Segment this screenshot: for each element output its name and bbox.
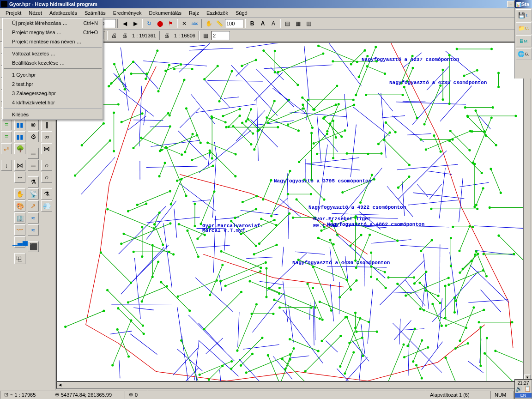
svg-line-174: [440, 244, 440, 292]
pal-spray-icon[interactable]: 💨: [41, 200, 52, 212]
pal-block-icon[interactable]: ⬛: [28, 241, 39, 252]
abc-icon[interactable]: abc: [190, 18, 200, 29]
pal-flask2-icon[interactable]: ⚗: [41, 188, 52, 200]
pal-infinity-icon[interactable]: ∞: [41, 131, 52, 142]
pal-bars2-icon[interactable]: ▮▮: [14, 131, 25, 142]
minimize-button[interactable]: _: [507, 1, 514, 7]
grid3-icon[interactable]: ▥: [303, 18, 314, 29]
pal-circle-icon[interactable]: ○: [41, 160, 52, 171]
menu-eredmenyek[interactable]: Eredmények: [109, 9, 145, 17]
svg-line-240: [223, 109, 240, 116]
pal-building-icon[interactable]: 🏢: [14, 212, 25, 224]
svg-point-727: [278, 292, 280, 295]
pal-circle2-icon[interactable]: ○: [41, 172, 52, 183]
menu-adatkezeles[interactable]: Adatkezelés: [46, 9, 81, 17]
text-a1-button[interactable]: A: [258, 18, 268, 29]
text-a2-button[interactable]: A: [268, 18, 278, 29]
pal-tree-icon[interactable]: 🌳: [14, 143, 25, 154]
pal-gear-icon[interactable]: ⚙: [28, 131, 39, 142]
pal-bars-icon[interactable]: ▮▮: [14, 119, 25, 130]
dd-variant-mgmt[interactable]: Változat kezelés …: [3, 49, 103, 58]
flag-icon[interactable]: ⚑: [165, 18, 175, 29]
layers-icon[interactable]: ▦: [201, 30, 211, 41]
pal-valve2-icon[interactable]: ⋈: [14, 160, 25, 171]
dd-recent-3[interactable]: 3 Zalaegerszeg.hpr: [3, 89, 103, 98]
pal-flask-icon[interactable]: ⚗: [28, 176, 39, 187]
pal-db2-icon[interactable]: ≡: [1, 119, 12, 130]
scale-input[interactable]: [225, 19, 243, 28]
horizontal-scrollbar[interactable]: ◀ ▶: [56, 381, 524, 389]
pal-db3-icon[interactable]: ≡: [1, 131, 12, 142]
nav-left-icon[interactable]: ◀: [120, 18, 130, 29]
tray-globe-icon[interactable]: 🌐G.: [516, 48, 532, 60]
dd-new-project[interactable]: Új projekt létrehozása …Ctrl+N: [3, 18, 103, 28]
dd-recent-2[interactable]: 2 test.hpr: [3, 79, 103, 89]
pal-link-icon[interactable]: ⇄: [1, 143, 12, 154]
crosshair-icon[interactable]: ✕: [179, 18, 189, 29]
globe-icon[interactable]: ⬤: [155, 18, 165, 29]
menu-eszkozok[interactable]: Eszközök: [203, 9, 232, 17]
hand-icon[interactable]: ✋: [204, 18, 214, 29]
dd-settings-mgmt[interactable]: Beállítások kezelése …: [3, 58, 103, 67]
print2-icon[interactable]: 🖨: [120, 30, 130, 41]
svg-point-436: [250, 108, 252, 110]
pal-lines-icon[interactable]: ‖: [41, 119, 52, 130]
pal-down-icon[interactable]: ↓: [1, 160, 12, 171]
svg-point-573: [473, 206, 476, 208]
svg-line-271: [108, 209, 154, 229]
pal-pipe-icon[interactable]: ═: [28, 148, 39, 159]
svg-line-342: [128, 286, 167, 302]
tray-monitor-icon[interactable]: 🖥M.: [516, 35, 532, 47]
layer-input[interactable]: [212, 31, 230, 40]
vertical-scrollbar[interactable]: ▲ ▼: [524, 42, 531, 381]
svg-point-722: [273, 100, 276, 102]
grid2-icon[interactable]: ▦: [293, 18, 303, 29]
print3-icon[interactable]: 🖨: [162, 30, 172, 41]
svg-point-520: [239, 108, 241, 110]
pal-pipe2-icon[interactable]: ═: [28, 160, 39, 171]
svg-point-804: [329, 239, 331, 241]
dd-save-as[interactable]: Projekt mentése más néven …: [3, 37, 103, 46]
refresh-icon[interactable]: ↻: [144, 18, 154, 29]
menu-sugo[interactable]: Súgó: [232, 9, 251, 17]
pal-chart2-icon[interactable]: ▁▃▅: [14, 236, 25, 248]
svg-point-718: [411, 67, 414, 69]
pal-move-icon[interactable]: ↔: [14, 172, 25, 183]
map-canvas[interactable]: x Nagyfogyasztó a 4237 csomópontonNagyfo…: [56, 42, 524, 381]
menu-projekt[interactable]: Projekt: [2, 9, 25, 17]
pal-copy-icon[interactable]: ⿻: [14, 253, 25, 264]
svg-point-556: [477, 253, 479, 255]
pal-arrow-icon[interactable]: ↗: [28, 200, 39, 212]
menu-dokumentalas[interactable]: Dokumentálás: [145, 9, 185, 17]
nav-right-icon[interactable]: ▶: [130, 18, 140, 29]
dd-open-project[interactable]: Projekt megnyitása …Ctrl+O: [3, 28, 103, 37]
scroll-left-icon[interactable]: ◀: [57, 382, 63, 388]
tray-title: 📊Sta: [515, 0, 532, 8]
svg-point-401: [492, 106, 494, 109]
svg-point-569: [158, 175, 161, 177]
pal-wave-icon[interactable]: 〰: [14, 224, 25, 236]
menu-nezet[interactable]: Nézet: [25, 9, 46, 17]
dd-recent-4[interactable]: 4 kkfhvizkivetel.hpr: [3, 98, 103, 107]
bold-button[interactable]: B: [247, 18, 257, 29]
menu-szamitas[interactable]: Számítás: [81, 9, 109, 17]
pal-hand-icon[interactable]: ✋: [14, 188, 25, 200]
svg-point-457: [356, 60, 358, 63]
svg-point-744: [287, 193, 289, 195]
svg-point-688: [490, 168, 492, 170]
menu-rajz[interactable]: Rajz: [185, 9, 203, 17]
pal-antenna-icon[interactable]: 📡: [28, 188, 39, 200]
pal-valve3-icon[interactable]: ⋈: [41, 143, 52, 154]
tray-folder-icon[interactable]: 📁C.: [516, 22, 532, 34]
pal-palette-icon[interactable]: 🎨: [14, 200, 25, 212]
pal-wave3-icon[interactable]: ≈: [28, 224, 39, 236]
pal-wave2-icon[interactable]: ≈: [28, 212, 39, 224]
dd-recent-1[interactable]: 1 Gyor.hpr: [3, 70, 103, 79]
tray-save-icon[interactable]: 💾T.: [516, 9, 532, 21]
pal-cross-icon[interactable]: ⊗: [28, 119, 39, 130]
dd-exit[interactable]: Kilépés: [3, 110, 103, 119]
ruler-icon[interactable]: 📏: [214, 18, 224, 29]
grid1-icon[interactable]: ▤: [282, 18, 292, 29]
print1-icon[interactable]: 🖨: [109, 30, 119, 41]
lang-indicator[interactable]: EN: [515, 393, 532, 398]
